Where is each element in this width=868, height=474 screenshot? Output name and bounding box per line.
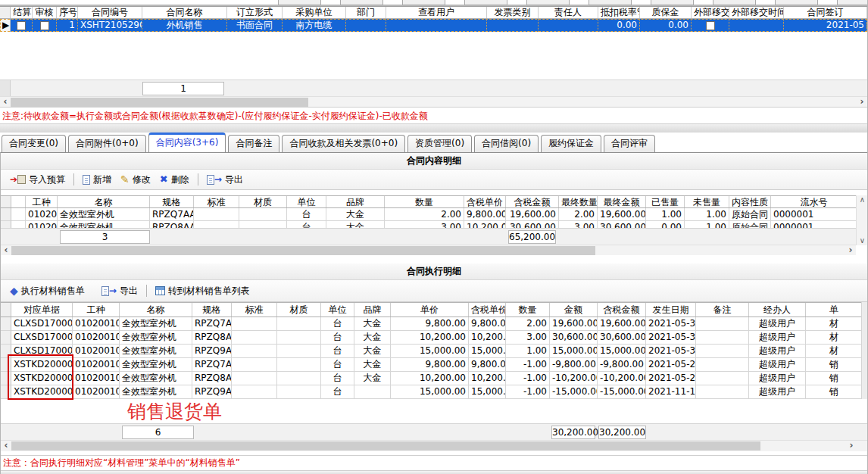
cell[interactable]: 0.00 xyxy=(646,221,685,228)
cell[interactable]: 材 xyxy=(806,331,863,345)
col-header[interactable]: 数量 xyxy=(385,196,464,207)
scroll-left-icon[interactable]: ‹ xyxy=(1,245,11,256)
col-header[interactable]: 单价 xyxy=(391,303,469,317)
cell[interactable] xyxy=(696,345,749,358)
col-header[interactable]: 订立形式 xyxy=(227,7,283,18)
cell[interactable]: 全效型室外机 xyxy=(120,317,192,331)
cell-sign-time[interactable]: 2021-05 xyxy=(784,19,867,32)
cell[interactable]: 大金 xyxy=(326,221,385,228)
tab-contract-borrow[interactable]: 合同借阅(0) xyxy=(474,135,539,152)
cell-contract-name[interactable]: 外机销售 xyxy=(142,19,227,32)
col-header[interactable]: 未售量 xyxy=(685,196,729,207)
cell[interactable]: -9,800.00 xyxy=(598,358,646,372)
cell[interactable]: 大金 xyxy=(354,345,391,358)
col-header[interactable]: 工种 xyxy=(26,196,58,207)
col-header[interactable]: 材质 xyxy=(277,303,321,317)
cell[interactable]: 全效型室外机 xyxy=(120,331,192,345)
col-header[interactable]: 标准 xyxy=(194,196,239,207)
cell[interactable]: CLXSD170000010 xyxy=(11,317,73,331)
col-header[interactable]: 审核 xyxy=(33,7,57,18)
audit-checkbox[interactable] xyxy=(40,21,49,30)
col-header[interactable]: 数量 xyxy=(506,303,550,317)
cell[interactable]: 10,200.00 xyxy=(469,372,506,385)
cell[interactable]: 15,000.00 xyxy=(598,345,646,358)
col-header[interactable]: 质保金 xyxy=(640,7,692,18)
col-header[interactable]: 采购单位 xyxy=(283,7,346,18)
cell[interactable]: 销 xyxy=(806,358,863,372)
edit-button[interactable]: ✎ 修改 xyxy=(116,172,155,188)
cell[interactable]: RPZQ8AAY xyxy=(192,331,232,345)
scroll-left-icon[interactable]: ‹ xyxy=(1,441,11,451)
cell[interactable]: 0102001019 xyxy=(73,385,120,399)
cell[interactable]: -15,000.00 xyxy=(598,385,646,399)
col-header[interactable]: 金额 xyxy=(550,303,598,317)
cell[interactable]: 3.00 xyxy=(385,221,464,228)
col-header[interactable]: 名称 xyxy=(58,196,150,207)
cell[interactable]: 2021-05-29 xyxy=(646,358,696,372)
cell[interactable]: 0000001 xyxy=(771,221,857,228)
cell[interactable]: 全效型室外机 xyxy=(120,372,192,385)
col-header[interactable]: 含税单价 xyxy=(469,303,506,317)
cell[interactable]: 2021-05-31 xyxy=(646,331,696,345)
col-header[interactable]: 部门 xyxy=(346,7,386,18)
cell[interactable]: 19,600.00 xyxy=(506,208,559,221)
cell[interactable]: 台 xyxy=(321,317,354,331)
content-v-scrollbar[interactable]: ∧ ∨ xyxy=(856,195,867,245)
col-header[interactable]: 责任人 xyxy=(539,7,598,18)
cell[interactable]: 19,600.00 xyxy=(598,208,646,221)
cell[interactable]: 2021-05-31 xyxy=(646,345,696,358)
cell[interactable]: 0102001017 xyxy=(73,317,120,331)
col-header[interactable]: 合同签订 xyxy=(784,7,867,18)
add-button[interactable]: 新增 xyxy=(78,172,116,188)
cell[interactable]: 0102001017 xyxy=(73,358,120,372)
scroll-left-icon[interactable]: ‹ xyxy=(0,97,11,108)
cell[interactable]: RPZQ7AAY xyxy=(192,317,232,331)
cell[interactable] xyxy=(696,372,749,385)
col-header[interactable]: 查看用户 xyxy=(386,7,487,18)
cell[interactable]: 9,800.00 xyxy=(391,358,469,372)
cell[interactable]: 15,000.00 xyxy=(469,385,506,399)
cell[interactable]: 超级用户 xyxy=(749,372,806,385)
cell[interactable]: 9,800.00 xyxy=(464,208,506,221)
cell[interactable]: 全效型室外机 xyxy=(120,358,192,372)
cell[interactable] xyxy=(232,317,277,331)
cell[interactable] xyxy=(277,385,321,399)
cell[interactable]: 15,000.00 xyxy=(550,345,598,358)
col-header[interactable]: 最终金额 xyxy=(598,196,646,207)
cell[interactable]: RPZQ9AAY xyxy=(192,345,232,358)
col-header[interactable]: 抵扣税率% xyxy=(598,7,640,18)
table-row[interactable]: XSTKD2000000030102001017全效型室外机RPZQ7AAY台大… xyxy=(1,358,867,372)
table-row[interactable]: CLXSD1700000100102001017全效型室外机RPZQ7AAY台大… xyxy=(1,317,867,331)
cell[interactable]: 大金 xyxy=(354,331,391,345)
tab-performance-bond[interactable]: 履约保证金 xyxy=(541,135,601,152)
cell-transfer-time[interactable] xyxy=(729,19,784,32)
cell[interactable]: 0102001019 xyxy=(73,345,120,358)
col-header[interactable]: 已售量 xyxy=(646,196,685,207)
col-header[interactable]: 标准 xyxy=(232,303,277,317)
scroll-up-icon[interactable]: ∧ xyxy=(857,195,868,204)
col-header[interactable]: 品牌 xyxy=(354,303,391,317)
cell[interactable]: 全效型室外机 xyxy=(120,345,192,358)
cell[interactable]: -10,200.00 xyxy=(550,372,598,385)
cell[interactable]: 15,000.00 xyxy=(391,385,469,399)
scroll-right-icon[interactable]: › xyxy=(846,441,857,451)
table-row[interactable]: CLXSD1700000100102001019全效型室外机RPZQ9AAY台大… xyxy=(1,345,867,358)
col-header[interactable]: 名称 xyxy=(120,303,192,317)
col-header[interactable]: 材质 xyxy=(239,196,287,207)
col-header[interactable]: 含税金额 xyxy=(506,196,559,207)
cell[interactable] xyxy=(11,208,26,221)
cell[interactable]: 15,000.00 xyxy=(391,345,469,358)
cell-invoice-type[interactable] xyxy=(487,19,539,32)
cell[interactable]: 19,600.00 xyxy=(550,317,598,331)
cell[interactable]: RPZQ9AAY xyxy=(192,385,232,399)
col-header[interactable]: 单 xyxy=(806,303,863,317)
col-header[interactable]: 合同名称 xyxy=(142,7,227,18)
cell[interactable]: 全效型室外机 xyxy=(58,221,150,228)
cell-viewer[interactable] xyxy=(386,19,487,32)
col-header[interactable]: 外部移交时间 xyxy=(729,7,784,18)
col-header[interactable]: 含税单价 xyxy=(464,196,506,207)
cell[interactable]: 销 xyxy=(806,372,863,385)
cell[interactable]: 2.00 xyxy=(385,208,464,221)
cell[interactable]: 1.00 xyxy=(685,208,729,221)
cell[interactable]: 10,200.00 xyxy=(391,331,469,345)
